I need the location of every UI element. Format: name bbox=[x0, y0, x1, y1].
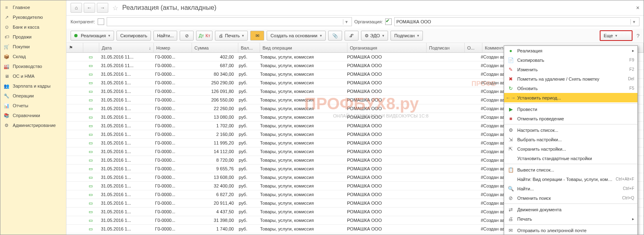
sidebar-item[interactable]: ↗Руководителю bbox=[0, 12, 66, 22]
sidebar-item[interactable]: 📦Склад bbox=[0, 52, 66, 61]
ctx-item[interactable]: ▶ Провести bbox=[504, 104, 637, 114]
copy-button[interactable]: Скопировать bbox=[116, 31, 151, 41]
print-button[interactable]: 🖨 Печать▾ bbox=[215, 31, 248, 41]
home-button[interactable]: ⌂ bbox=[71, 3, 82, 13]
col-num[interactable]: Номер bbox=[154, 43, 192, 52]
col-org[interactable]: Организация bbox=[347, 43, 427, 52]
col-op[interactable]: Вид операции bbox=[260, 43, 347, 52]
ctx-item[interactable]: ⚙ Настроить список... bbox=[504, 125, 637, 135]
sidebar-item[interactable]: 🖥ОС и НМА bbox=[0, 71, 66, 81]
doc-status-icon: ▭ bbox=[89, 80, 93, 85]
back-button[interactable]: ← bbox=[84, 3, 95, 13]
main-area: × ⌂ ← → ☆ Реализация (акты, накладные) К… bbox=[66, 0, 644, 235]
related-button[interactable]: 📎 bbox=[328, 31, 342, 41]
cell-cur: руб. bbox=[236, 54, 258, 59]
ctx-item[interactable]: ⊘ Отменить поиск Ctrl+Q bbox=[504, 193, 637, 203]
ctx-item[interactable]: 🖨 Печать ▸ bbox=[504, 214, 637, 224]
ctx-item[interactable]: ✖ Пометить на удаление / Снять пометку D… bbox=[504, 74, 637, 84]
ctx-item[interactable]: ←→ Установить период... bbox=[504, 93, 637, 102]
sidebar-item[interactable]: 🔧Операции bbox=[0, 91, 66, 101]
counterparty-field[interactable]: ▾ bbox=[107, 17, 352, 26]
ctx-label: Настроить список... bbox=[517, 128, 634, 133]
counterparty-checkbox[interactable] bbox=[98, 18, 104, 25]
cell-sum: 80 340,00 bbox=[190, 72, 236, 77]
col-sign[interactable]: Подписан bbox=[427, 43, 465, 52]
cell-org: РОМАШКА ООО bbox=[345, 132, 423, 137]
cell-cur: руб. bbox=[236, 72, 258, 77]
cell-op: Товары, услуги, комиссия bbox=[258, 89, 345, 94]
cell-org: РОМАШКА ООО bbox=[345, 158, 423, 163]
ctx-item[interactable]: ✎ Изменить F2 bbox=[504, 65, 637, 74]
col-date[interactable]: Дата ↓ bbox=[99, 43, 154, 52]
org-value: РОМАШКА ООО bbox=[396, 19, 431, 24]
attach-button[interactable]: 🖇 bbox=[345, 31, 359, 41]
cell-num: Г0-0000... bbox=[153, 89, 190, 94]
chevron-down-icon[interactable]: ▾ bbox=[630, 19, 637, 25]
cell-cur: руб. bbox=[236, 201, 258, 206]
sidebar-item[interactable]: 🏭Производство bbox=[0, 61, 66, 71]
col-o[interactable]: О... bbox=[465, 43, 482, 52]
doc-status-icon: ▭ bbox=[89, 89, 93, 94]
cell-org: РОМАШКА ООО bbox=[345, 175, 423, 180]
cell-sum: 13 608,00 bbox=[190, 175, 236, 180]
ctx-item[interactable]: 📋 Вывести список... bbox=[504, 165, 637, 174]
cancel-search-button[interactable]: ⊘ bbox=[180, 31, 194, 41]
ctx-item[interactable]: ● Реализация ▸ bbox=[504, 46, 637, 55]
col-cur[interactable]: Вал... bbox=[238, 43, 260, 52]
doc-status-icon: ▭ bbox=[89, 97, 93, 102]
sidebar-item-label: Руководителю bbox=[13, 15, 43, 20]
cell-op: Товары, услуги, комиссия bbox=[258, 63, 345, 68]
sidebar-item-label: Покупки bbox=[13, 44, 30, 49]
ctx-item[interactable]: ⇄ Движения документа bbox=[504, 205, 637, 214]
cell-cur: руб. bbox=[236, 140, 258, 145]
sidebar-item[interactable]: ≡Главное bbox=[0, 2, 66, 12]
sidebar-item[interactable]: 👥Зарплата и кадры bbox=[0, 81, 66, 91]
ctx-item[interactable]: 📄 Скопировать F9 bbox=[504, 55, 637, 65]
ctx-icon: ■ bbox=[507, 115, 514, 122]
doc-status-icon: ▭ bbox=[89, 54, 93, 59]
ctx-item[interactable]: 🔍 Найти... Ctrl+F bbox=[504, 184, 637, 193]
sidebar-item-label: Производство bbox=[13, 64, 42, 69]
cell-op: Товары, услуги, комиссия bbox=[258, 192, 345, 197]
cell-org: РОМАШКА ООО bbox=[345, 149, 423, 154]
ctx-item[interactable]: ↻ Обновить F5 bbox=[504, 84, 637, 93]
cell-sum: 1 702,00 bbox=[190, 123, 236, 128]
sidebar-item[interactable]: ⚙Администрирование bbox=[0, 120, 66, 130]
ctx-icon: 🔍 bbox=[507, 185, 514, 192]
favorite-icon[interactable]: ☆ bbox=[112, 4, 118, 12]
signed-button[interactable]: Подписан▾ bbox=[391, 31, 423, 41]
ctx-icon: 📋 bbox=[507, 167, 514, 173]
col-marker[interactable]: ⚑ bbox=[66, 43, 83, 52]
sidebar-item[interactable]: ⊙Банк и касса bbox=[0, 22, 66, 32]
org-checkbox[interactable] bbox=[385, 18, 392, 25]
sidebar-item-label: Главное bbox=[13, 5, 30, 10]
envelope-button[interactable]: ✉ bbox=[250, 31, 264, 41]
ctx-item[interactable]: ✉ Отправить по электронной почте bbox=[504, 226, 637, 235]
ctx-label: Изменить bbox=[517, 67, 626, 72]
sidebar-item[interactable]: 🛒Покупки bbox=[0, 42, 66, 52]
ctx-item[interactable]: Найти: Вид операции - Товары, услуги, ко… bbox=[504, 174, 637, 184]
filter-row: Контрагент: ▾ Организация: РОМАШКА ООО ▾ bbox=[66, 16, 644, 29]
find-button[interactable]: Найти... bbox=[153, 31, 178, 41]
ctx-label: Выбрать настройки... bbox=[517, 137, 634, 142]
ctx-item[interactable]: ⇲ Выбрать настройки... bbox=[504, 135, 637, 144]
chevron-down-icon[interactable]: ▾ bbox=[343, 19, 350, 25]
dt-button[interactable]: ДтКт bbox=[196, 31, 212, 41]
help-icon[interactable]: ? bbox=[637, 33, 639, 39]
edo-button[interactable]: ⚙ ЭДО▾ bbox=[361, 31, 388, 41]
cell-num: Г0-0000... bbox=[153, 226, 190, 231]
org-field[interactable]: РОМАШКА ООО ▾ bbox=[394, 17, 639, 26]
close-icon[interactable]: × bbox=[636, 5, 639, 11]
ctx-item[interactable]: ■ Отменить проведение bbox=[504, 114, 637, 123]
more-button[interactable]: Еще▾ bbox=[600, 30, 633, 41]
col-sum[interactable]: Сумма bbox=[192, 43, 238, 52]
ctx-item[interactable]: ⇱ Сохранить настройки... bbox=[504, 144, 637, 154]
realization-button[interactable]: Реализация▾ bbox=[71, 31, 114, 41]
sidebar-item[interactable]: 📊Отчеты bbox=[0, 101, 66, 111]
ctx-item[interactable]: Установить стандартные настройки bbox=[504, 154, 637, 163]
create-based-button[interactable]: Создать на основании▾ bbox=[267, 31, 325, 41]
cell-op: Товары, услуги, комиссия bbox=[258, 97, 345, 102]
sidebar-item[interactable]: 📚Справочники bbox=[0, 111, 66, 120]
sidebar-item[interactable]: 🏷Продажи bbox=[0, 32, 66, 42]
forward-button[interactable]: → bbox=[97, 3, 108, 13]
